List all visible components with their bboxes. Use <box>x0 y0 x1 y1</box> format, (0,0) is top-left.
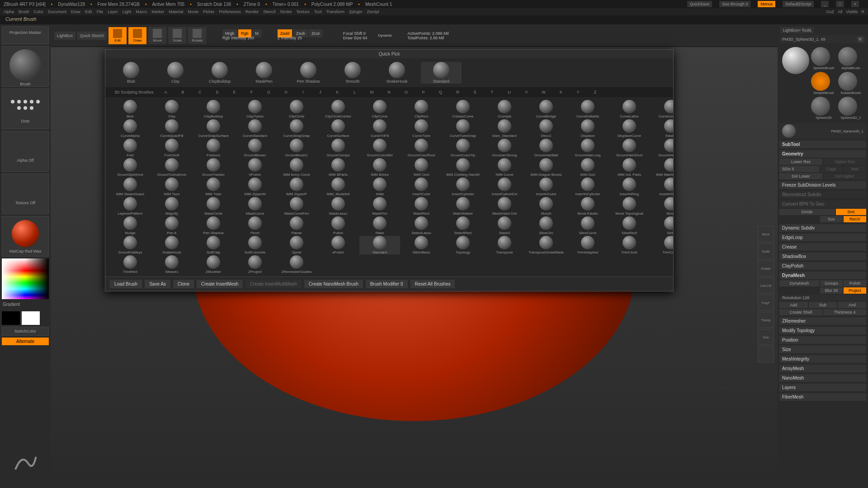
brush-item[interactable]: Blob <box>110 100 151 118</box>
brush-item[interactable]: LayeredPattern <box>110 197 151 216</box>
brush-item[interactable]: sPolish <box>318 236 359 254</box>
tool-name[interactable]: PM3D_Sphere3D_1. 49 <box>782 37 826 42</box>
brush-item[interactable]: Pinch <box>235 216 275 235</box>
brush-item[interactable]: FormSoft <box>151 139 192 157</box>
scale-button[interactable]: Scale <box>168 27 186 44</box>
projection-master-button[interactable]: Projection Master <box>4 28 47 42</box>
menu-item[interactable]: Material <box>169 9 183 14</box>
brush-item[interactable]: ClipCircle <box>276 100 317 118</box>
brush-item[interactable]: InsertHSphere <box>651 178 673 196</box>
brush-item[interactable]: IMM ZipperP <box>276 178 317 196</box>
load-brush-button[interactable]: Load Brush <box>110 280 142 288</box>
brush-item[interactable]: IMM Train <box>193 178 234 196</box>
visible-button[interactable]: Visible <box>846 9 858 14</box>
brush-item[interactable]: TransposeSmartMask <box>526 236 566 254</box>
brush-item[interactable]: GroomHairToss <box>651 139 673 157</box>
brush-item[interactable]: Weave1 <box>151 255 192 274</box>
switchcolor-button[interactable]: SwitchColor <box>2 327 49 336</box>
brush-item[interactable]: CurveSnapSurface <box>193 119 234 138</box>
save-as-button[interactable]: Save As <box>145 280 170 288</box>
tool-icon[interactable] <box>811 72 830 91</box>
menu-item[interactable]: Brush <box>19 9 29 14</box>
blur-slider[interactable]: Blur 28 <box>820 287 843 294</box>
alpha-letter[interactable]: S <box>467 88 484 96</box>
canvas-side-button[interactable]: Move <box>758 226 774 242</box>
canvas-side-button[interactable]: Transp <box>758 312 774 328</box>
secondary-color[interactable] <box>2 311 20 325</box>
menu-item[interactable]: Edit <box>85 9 92 14</box>
color-picker[interactable] <box>2 258 49 299</box>
brush-item[interactable]: GroomHairBall <box>526 139 566 157</box>
menu-item[interactable]: Stroke <box>280 9 292 14</box>
brush-item[interactable]: IMM MachineParts <box>651 158 673 177</box>
resolution-slider[interactable]: Resolution 128 <box>779 295 866 301</box>
cage-button[interactable]: Cage <box>820 166 843 172</box>
size-section[interactable]: Size <box>779 346 866 353</box>
freeze-subdiv-button[interactable]: Freeze SubDivision Levels <box>779 181 866 189</box>
active-tool-icon[interactable] <box>782 47 809 74</box>
position-section[interactable]: Position <box>779 336 866 344</box>
alpha-letter[interactable]: P <box>415 88 432 96</box>
brush-item[interactable]: GroomColorTip <box>443 139 483 157</box>
focal-shift-slider[interactable]: Focal Shift 0 <box>343 31 368 36</box>
brush-item[interactable]: ClipCircleCenter <box>318 100 359 118</box>
defaultzscript-button[interactable]: DefaultZScript <box>783 1 814 7</box>
brush-item[interactable]: ZModeler <box>193 255 234 274</box>
add-button[interactable]: Add <box>779 302 808 308</box>
brush-item[interactable]: CurveQuadFill <box>151 119 192 138</box>
window-close-button[interactable]: × <box>851 1 859 7</box>
brush-item[interactable]: InsertCylinder <box>443 178 483 196</box>
brush-item[interactable]: Displace <box>567 119 608 138</box>
seethrough-slider[interactable]: See-through 0 <box>719 1 750 7</box>
canvas-side-button[interactable]: Solo <box>758 329 774 345</box>
quicksketch-button[interactable]: Quick Sketch <box>77 32 107 40</box>
alpha-letter[interactable]: Q <box>432 88 449 96</box>
menu-item[interactable]: Layer <box>108 9 118 14</box>
brush-item[interactable]: GroomBrush1 <box>276 139 317 157</box>
brush-item[interactable]: InsertCube <box>401 178 442 196</box>
fibermesh-section[interactable]: FiberMesh <box>779 393 866 401</box>
brush-item[interactable]: MatchMaker <box>443 197 483 216</box>
brush-item[interactable]: TrimCurve <box>651 236 673 254</box>
menu-item[interactable]: Preferences <box>219 9 241 14</box>
tool-icon[interactable] <box>782 124 796 138</box>
alpha-letter[interactable]: F <box>243 88 260 96</box>
menus-button[interactable]: Menus <box>758 1 775 7</box>
brush-item[interactable]: GroomClumps <box>318 139 359 157</box>
reset-brushes-button[interactable]: Reset All Brushes <box>410 280 455 288</box>
brush-item[interactable]: GroomHairLong <box>567 139 608 157</box>
menu-item[interactable]: Color <box>34 9 44 14</box>
canvas-side-button[interactable] <box>758 346 774 362</box>
draw-size-slider[interactable]: Draw Size 64 <box>343 36 368 40</box>
meshintegrity-section[interactable]: MeshIntegrity <box>779 355 866 363</box>
brush-item[interactable]: Topology <box>443 236 483 254</box>
canvas-side-button[interactable]: PolyF <box>758 295 774 311</box>
menu-item[interactable]: Macro <box>136 9 147 14</box>
dynamesh-button[interactable]: DynaMesh <box>779 280 819 286</box>
menu-item[interactable]: Tool <box>314 9 322 14</box>
brush-item[interactable]: CurveAlpha <box>110 119 151 138</box>
brush-item[interactable]: InsertCylindrExt <box>484 178 525 196</box>
brush-item[interactable]: Spiral <box>276 236 317 254</box>
quickpick-brush[interactable]: ClayBuildup <box>199 62 240 84</box>
brush-item[interactable]: IMM Toon <box>151 178 192 196</box>
brush-item[interactable]: Move <box>651 197 673 216</box>
alpha-letter[interactable]: L <box>346 88 363 96</box>
brush-item[interactable]: GroomHairShort <box>609 139 650 157</box>
brush-item[interactable]: IMM Clod <box>401 158 442 177</box>
brush-item[interactable]: Move Elastic <box>567 197 608 216</box>
brush-item[interactable]: CurveBridge <box>526 100 566 118</box>
zremesher-section[interactable]: ZRemesher <box>779 317 866 325</box>
brush-item[interactable]: GroomTurbulence <box>151 158 192 177</box>
brush-item[interactable]: hPolish <box>235 158 275 177</box>
reuv-button[interactable]: ReUV <box>844 216 866 222</box>
brush-item[interactable]: IMM_ModelKit <box>318 178 359 196</box>
brush-item[interactable]: IMM Dragon Bones <box>526 158 566 177</box>
dynamic-subdiv-section[interactable]: Dynamic Subdiv <box>779 224 866 232</box>
del-lower-button[interactable]: Del Lower <box>779 173 822 179</box>
brush-item[interactable]: InsertHCylinder <box>567 178 608 196</box>
brush-item[interactable]: SoftClay <box>193 236 234 254</box>
menu-item[interactable]: Zscript <box>367 9 379 14</box>
brush-item[interactable]: CreaseCurve <box>443 100 483 118</box>
alpha-letter[interactable]: V <box>518 88 535 96</box>
